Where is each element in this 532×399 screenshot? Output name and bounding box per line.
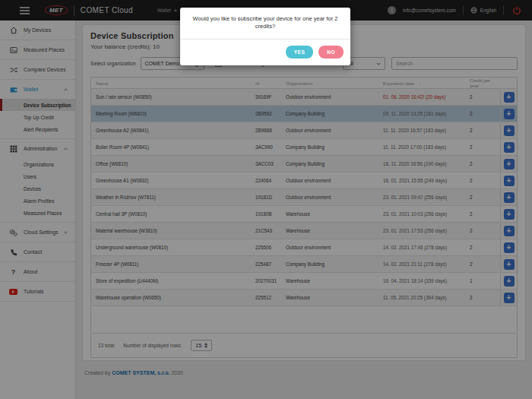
subscribe-confirm-dialog: Would you like to subscribe your device … bbox=[180, 8, 350, 65]
yes-button[interactable]: YES bbox=[286, 46, 314, 59]
no-button[interactable]: NO bbox=[318, 46, 344, 59]
dialog-footer: YES NO bbox=[180, 39, 350, 65]
dialog-message: Would you like to subscribe your device … bbox=[180, 8, 350, 39]
